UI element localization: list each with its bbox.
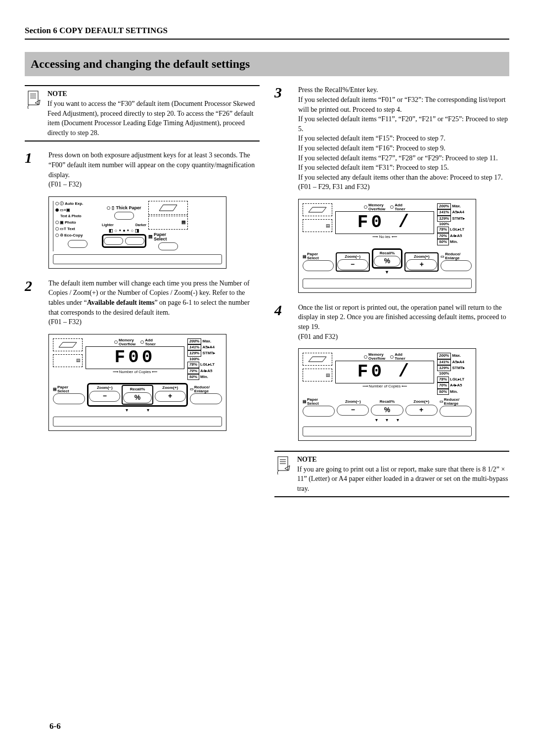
- s3l0: Press the Recall%/Enter key.: [298, 85, 509, 95]
- step-number: 4: [274, 303, 289, 341]
- step-number: 3: [274, 85, 289, 192]
- dark-button: [125, 237, 144, 245]
- note-text: If you are going to print out a list or …: [297, 465, 509, 494]
- panel-illustration-1: ⓘAuto Exp. ▭+▣ Text & Photo ▣Photo ▭TTex…: [48, 196, 226, 269]
- step-text-bold: Available default items: [87, 299, 155, 306]
- panel-illustration-4: ▤ Memory Overflow Add Toner F0 / ⟶ Numbe…: [298, 348, 476, 441]
- s3l2: If you selected default items “F11”, “F2…: [298, 114, 509, 134]
- zoom-min: Min.: [200, 375, 208, 379]
- panel-divider: [53, 254, 222, 264]
- right-column: 3 Press the Recall%/Enter key. If you se…: [274, 85, 509, 506]
- page-title: Accessing and changing the default setti…: [25, 52, 509, 77]
- btn-zoom-minus: Zoom(−): [337, 399, 369, 404]
- s3l1: If you selected default items “F01” or “…: [298, 95, 509, 114]
- left-column: NOTE If you want to access the “F30” def…: [25, 85, 260, 506]
- btn-zoom-minus: Zoom(−): [337, 254, 368, 259]
- darker-label: Darker: [135, 223, 146, 228]
- step-range: (F01 – F32): [48, 318, 82, 326]
- mode-textphoto: Text & Photo: [60, 214, 82, 219]
- note-icon: [274, 455, 292, 493]
- note-block-1: NOTE If you want to access the “F30” def…: [25, 85, 260, 142]
- step-2: 2 The default item number will change ea…: [25, 279, 260, 327]
- zoom-100: 100%: [187, 357, 222, 362]
- zoom-200: 200%: [187, 338, 201, 344]
- s3l8: (F01 – F29, F31 and F32): [298, 182, 509, 192]
- zoom-50: 50%: [187, 374, 199, 380]
- mode-eco: Eco-Copy: [64, 233, 83, 238]
- thick-button: [114, 212, 134, 220]
- paper-select-label: Paper Select: [154, 233, 167, 241]
- s3l5: If you selected default items “F27”, “F2…: [298, 153, 509, 163]
- btn-zoom-plus: Zoom(+): [406, 254, 437, 259]
- btn-zoom-plus: Zoom(+): [405, 399, 438, 404]
- s3l7: If you selected any default items other …: [298, 173, 509, 183]
- zoom-141: 141%: [187, 344, 201, 350]
- zoom-70: 70%: [187, 368, 199, 374]
- step-text: Press down on both exposure adjustment k…: [48, 151, 255, 178]
- lcd-display: F00: [86, 346, 184, 369]
- note-text: If you want to access the “F30” default …: [47, 99, 260, 138]
- note-icon: [25, 89, 43, 138]
- note-label: NOTE: [47, 89, 260, 99]
- lcd-display: F0 /: [335, 211, 434, 234]
- step-number: 1: [25, 150, 40, 189]
- num-copies-label: Number of Copies: [119, 370, 151, 374]
- step-range: (F01 – F32): [48, 181, 82, 188]
- s3l4: If you selected default item “F16”: Proc…: [298, 143, 509, 153]
- light-button: [104, 237, 123, 245]
- paper-select-button: [158, 242, 178, 250]
- btn-paper: Paper Select: [57, 385, 69, 393]
- panel-illustration-3: ▤ Memory Overflow Add Toner F0 / ⟶ No ie…: [298, 199, 476, 293]
- zoom-max: Max.: [202, 339, 211, 343]
- mode-auto: Auto Exp.: [65, 201, 83, 206]
- step-number: 2: [25, 279, 40, 327]
- mode-button: [68, 240, 88, 248]
- btn-recall: Recall%: [371, 399, 403, 404]
- note-label: NOTE: [297, 455, 509, 465]
- btn-zoom-minus: Zoom(−): [89, 385, 120, 390]
- lcd-display: F0 /: [335, 361, 434, 383]
- btn-recall: Recall%: [123, 386, 151, 392]
- note-block-2: NOTE If you are going to print out a lis…: [274, 451, 509, 497]
- mode-photo: Photo: [65, 220, 76, 225]
- btn-zoom-plus: Zoom(+): [155, 385, 186, 390]
- page-number: 6-6: [49, 720, 61, 732]
- panel-illustration-2: ▤ Memory Overflow Add Toner F00 ⟶ Number…: [48, 334, 226, 431]
- step-range: (F01 and F32): [298, 333, 338, 340]
- zoom-129: 129%: [187, 350, 201, 356]
- step-1: 1 Press down on both exposure adjustment…: [25, 150, 260, 189]
- zoom-78: 78%: [187, 362, 199, 368]
- btn-recall: Recall%: [374, 250, 401, 256]
- section-header: Section 6 COPY DEFAULT SETTINGS: [25, 25, 509, 40]
- lighter-label: Lighter: [102, 223, 114, 228]
- s3l6: If you selected default item “F31”: Proc…: [298, 163, 509, 173]
- step-text: Once the list or report is printed out, …: [298, 304, 506, 331]
- btn-reduce: Reduce/ Enlarge: [194, 385, 210, 393]
- thick-paper-label: Thick Paper: [116, 205, 141, 211]
- step-4: 4 Once the list or report is printed out…: [274, 303, 509, 341]
- s3l3: If you selected default item “F15”: Proc…: [298, 134, 509, 143]
- mode-text: Text: [67, 226, 75, 232]
- step-3: 3 Press the Recall%/Enter key. If you se…: [274, 85, 509, 192]
